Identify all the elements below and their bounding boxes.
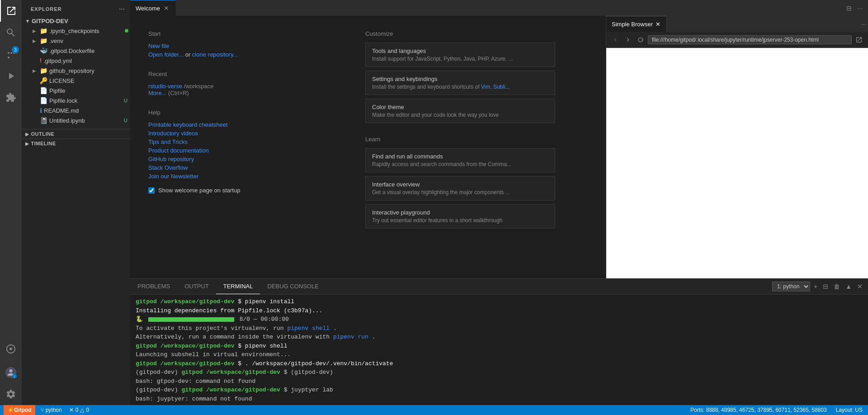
terminal-maximize-btn[interactable]: ▲ — [844, 281, 854, 292]
tree-item-ipynb-checkpoints[interactable]: ▶ 📁 .ipynb_checkpoints — [22, 26, 130, 36]
recent-link-more[interactable]: More... — [148, 90, 166, 96]
browser-forward-btn[interactable] — [623, 34, 633, 45]
term-text-9b: $ (gitpod-dev) — [284, 369, 333, 376]
open-folder-link[interactable]: Open folder... — [148, 51, 184, 58]
welcome-recent-title: Recent — [148, 71, 338, 77]
help-link-github[interactable]: GitHub repository — [148, 156, 338, 162]
tab-problems[interactable]: PROBLEMS — [130, 279, 177, 294]
outline-header[interactable]: ▶ OUTLINE — [22, 129, 130, 138]
browser-back-btn[interactable] — [610, 34, 621, 45]
tab-output[interactable]: OUTPUT — [177, 279, 216, 294]
help-link-keyboard[interactable]: Printable keyboard cheatsheet — [148, 121, 338, 128]
help-link-docs[interactable]: Product documentation — [148, 147, 338, 154]
tab-terminal[interactable]: TERMINAL — [216, 279, 260, 294]
gitpod-text: Gitpod — [14, 407, 32, 413]
term-line-8: gitpod /workspace/gitpod-dev $ . /worksp… — [136, 359, 863, 368]
customize-card-tools[interactable]: Tools and languages Install support for … — [365, 43, 555, 67]
main-content: Welcome ✕ ⊟ ··· St — [130, 0, 868, 405]
terminal-trash-btn[interactable]: 🗑 — [832, 281, 842, 292]
browser-tab-bar: Simple Browser ✕ ··· — [606, 16, 868, 32]
split-editor-icon[interactable]: ⊟ — [844, 3, 854, 14]
file-name: README.md — [44, 107, 130, 114]
yml-icon: ! — [40, 57, 42, 64]
terminal-split-btn[interactable]: ⊟ — [821, 281, 830, 292]
help-link-tips[interactable]: Tips and Tricks — [148, 138, 338, 145]
help-link-stackoverflow[interactable]: Stack Overflow — [148, 164, 338, 171]
customize-card-color[interactable]: Color theme Make the editor and your cod… — [365, 99, 555, 123]
folder-chevron: ▶ — [33, 68, 40, 73]
browser-tab-label: Simple Browser — [612, 21, 653, 28]
term-path-9: gitpod /workspace/gitpod-dev — [181, 369, 280, 376]
recent-link-rstudio[interactable]: rstudio-verse — [148, 83, 182, 90]
learn-card-commands[interactable]: Find and run all commands Rapidly access… — [365, 148, 555, 172]
learn-card-playground[interactable]: Interactive playground Try out essential… — [365, 204, 555, 229]
clone-repo-link[interactable]: clone repository... — [192, 51, 238, 58]
new-file-link[interactable]: New file — [148, 43, 338, 49]
learn-card-interface[interactable]: Interface overview Get a visual overlay … — [365, 176, 555, 200]
tree-item-license[interactable]: 🔑 LICENSE — [22, 76, 130, 86]
sidebar: EXPLORER ··· ▼ GITPOD-DEV ▶ 📁 .ipynb_che… — [22, 0, 130, 405]
outline-chevron: ▶ — [25, 132, 29, 137]
git-branch-item[interactable]: ⑂ python — [39, 407, 64, 413]
license-icon: 🔑 — [40, 77, 47, 84]
customize-card-color-desc: Make the editor and your code look the w… — [372, 112, 548, 118]
browser-url-input[interactable] — [648, 35, 852, 44]
term-prompt-6: gitpod /workspace/gitpod-dev — [136, 343, 234, 349]
welcome-left: Start New file Open folder... or clone r… — [148, 30, 338, 232]
activity-scm[interactable]: 3 — [0, 43, 22, 65]
learn-card-interface-title: Interface overview — [372, 181, 548, 188]
tree-item-dockerfile[interactable]: 🐳 .gitpod.Dockerfile — [22, 46, 130, 56]
activity-explorer[interactable] — [0, 0, 22, 22]
show-welcome-checkbox[interactable] — [148, 187, 155, 194]
tree-item-venv[interactable]: ▶ 📁 .venv — [22, 36, 130, 46]
activity-settings[interactable] — [0, 383, 22, 405]
gitpod-badge[interactable]: ⚡ Gitpod — [4, 405, 35, 415]
file-name: LICENSE — [49, 77, 130, 84]
browser-tab[interactable]: Simple Browser ✕ — [606, 16, 666, 32]
terminal-selector[interactable]: 1: python — [772, 281, 810, 291]
activity-search[interactable] — [0, 22, 22, 43]
tab-welcome-close[interactable]: ✕ — [163, 5, 170, 12]
tree-item-pipfile-lock[interactable]: 📄 Pipfile.lock U — [22, 95, 130, 105]
tab-debug-console[interactable]: DEBUG CONSOLE — [260, 279, 326, 294]
show-welcome-label: Show welcome page on startup — [158, 187, 240, 194]
terminal-close-btn[interactable]: ✕ — [855, 281, 864, 292]
help-link-newsletter[interactable]: Join our Newsletter — [148, 173, 338, 180]
term-line-6: gitpod /workspace/gitpod-dev $ pipenv sh… — [136, 342, 863, 351]
browser-refresh-btn[interactable] — [635, 34, 646, 45]
customize-card-color-title: Color theme — [372, 104, 548, 110]
activity-extensions[interactable] — [0, 87, 22, 109]
tree-item-pipfile[interactable]: 📄 Pipfile — [22, 86, 130, 95]
term-line-3: 🐍 8/0 — 00:00:00 — [136, 315, 863, 324]
tree-root-gitpod-dev[interactable]: ▼ GITPOD-DEV — [22, 16, 130, 26]
customize-card-settings[interactable]: Settings and keybindings Install the set… — [365, 71, 555, 95]
errors-item[interactable]: ✕ 0 △ 0 — [67, 407, 91, 413]
timeline-header[interactable]: ▶ TIMELINE — [22, 139, 130, 148]
activity-run[interactable] — [0, 65, 22, 87]
tree-item-untitled-ipynb[interactable]: 📓 Untitled.ipynb U — [22, 115, 130, 125]
learn-card-playground-desc: Try out essential editor features in a s… — [372, 217, 548, 224]
activity-account[interactable]: 1 — [0, 362, 22, 383]
term-text-10: bash: gtpod-dev: command not found — [136, 378, 255, 385]
tab-bar: Welcome ✕ ⊟ ··· — [130, 0, 868, 16]
help-link-videos[interactable]: Introductory videos — [148, 130, 338, 137]
sidebar-more-icon[interactable]: ··· — [119, 5, 125, 13]
tree-item-github-repo[interactable]: ▶ 📁 github_repository — [22, 66, 130, 76]
welcome-panel: Start New file Open folder... or clone r… — [130, 16, 606, 278]
browser-open-external-btn[interactable] — [854, 34, 864, 45]
welcome-recent-section: Recent rstudio-verse /workspace More... … — [148, 71, 338, 96]
ports-item[interactable]: Ports: 8888, 48985, 46725, 37895, 60711,… — [689, 407, 829, 413]
activity-remote[interactable] — [0, 338, 22, 360]
timeline-label: TIMELINE — [31, 141, 56, 146]
recent-path: /workspace — [184, 83, 214, 90]
browser-more-icon[interactable]: ··· — [859, 19, 868, 29]
file-name: Untitled.ipynb — [49, 117, 124, 124]
layout-item[interactable]: Layout: US — [834, 407, 864, 413]
tree-item-readme[interactable]: ℹ README.md — [22, 105, 130, 115]
tab-welcome[interactable]: Welcome ✕ — [130, 0, 176, 16]
tree-item-gitpod-yml[interactable]: ! .gitpod.yml — [22, 56, 130, 66]
tab-more-icon[interactable]: ··· — [855, 3, 864, 14]
browser-tab-close[interactable]: ✕ — [656, 21, 660, 28]
terminal-add-btn[interactable]: + — [812, 281, 819, 292]
app-layout: 3 1 EXPLORER ··· — [0, 0, 868, 405]
